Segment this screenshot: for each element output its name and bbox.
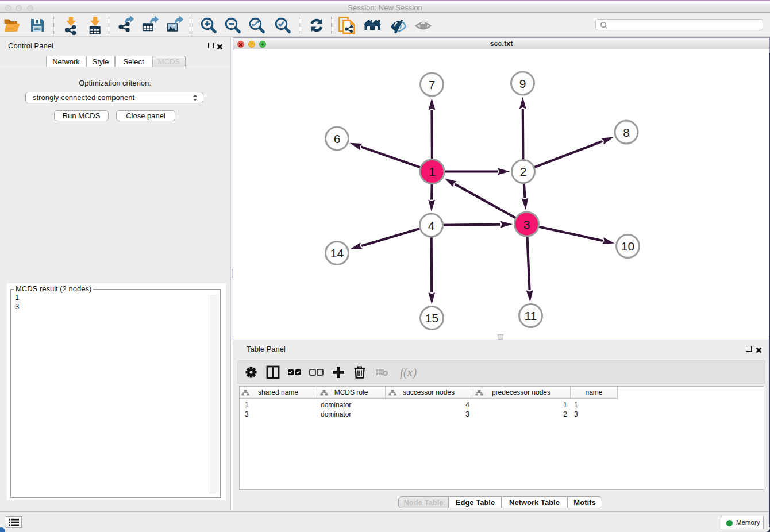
svg-text:1: 1: [429, 165, 436, 178]
svg-text:14: 14: [330, 246, 344, 260]
svg-text:7: 7: [429, 78, 436, 91]
svg-text:9: 9: [519, 77, 526, 90]
svg-text:10: 10: [621, 240, 634, 253]
svg-text:4: 4: [428, 219, 435, 232]
svg-text:2: 2: [520, 165, 527, 178]
svg-text:6: 6: [334, 132, 341, 145]
svg-text:f(x): f(x): [400, 365, 417, 379]
svg-text:3: 3: [523, 218, 530, 231]
svg-text:8: 8: [623, 126, 630, 139]
svg-text:11: 11: [525, 309, 537, 322]
svg-text:15: 15: [425, 311, 438, 325]
